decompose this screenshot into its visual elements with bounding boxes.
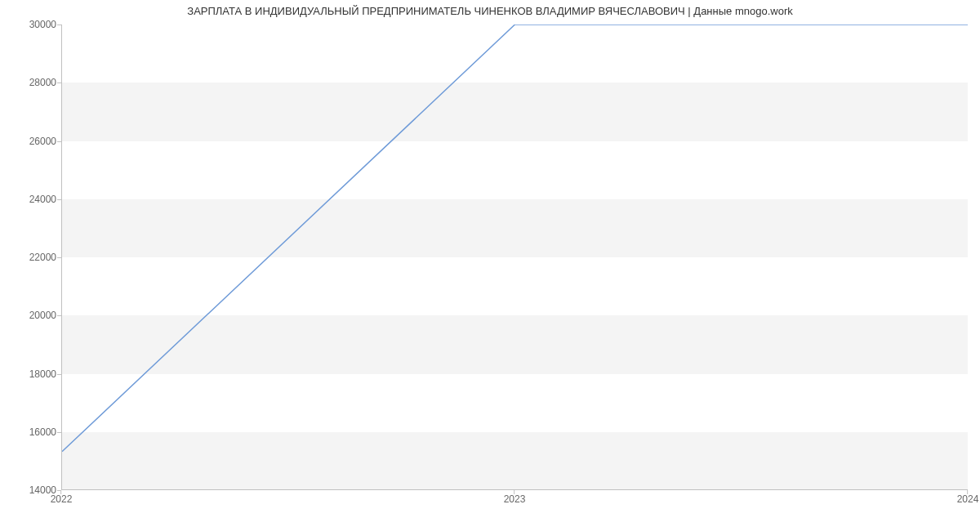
plot-area	[61, 25, 968, 490]
x-tick-label: 2023	[504, 493, 526, 505]
chart-title: ЗАРПЛАТА В ИНДИВИДУАЛЬНЫЙ ПРЕДПРИНИМАТЕЛ…	[0, 5, 980, 17]
x-tick-label: 2022	[51, 493, 73, 505]
y-tick-label: 22000	[7, 252, 56, 263]
y-tick-label: 20000	[7, 310, 56, 321]
y-tick-label: 16000	[7, 426, 56, 438]
y-tick-label: 14000	[7, 484, 56, 496]
chart-container: ЗАРПЛАТА В ИНДИВИДУАЛЬНЫЙ ПРЕДПРИНИМАТЕЛ…	[0, 0, 980, 531]
y-tick-label: 28000	[7, 77, 56, 88]
series-line	[62, 25, 968, 452]
y-tick-label: 18000	[7, 368, 56, 380]
line-layer	[62, 25, 968, 489]
y-tick-label: 30000	[7, 19, 56, 30]
y-tick-label: 24000	[7, 194, 56, 205]
y-tick-label: 26000	[7, 136, 56, 147]
x-tick-label: 2024	[957, 493, 979, 505]
